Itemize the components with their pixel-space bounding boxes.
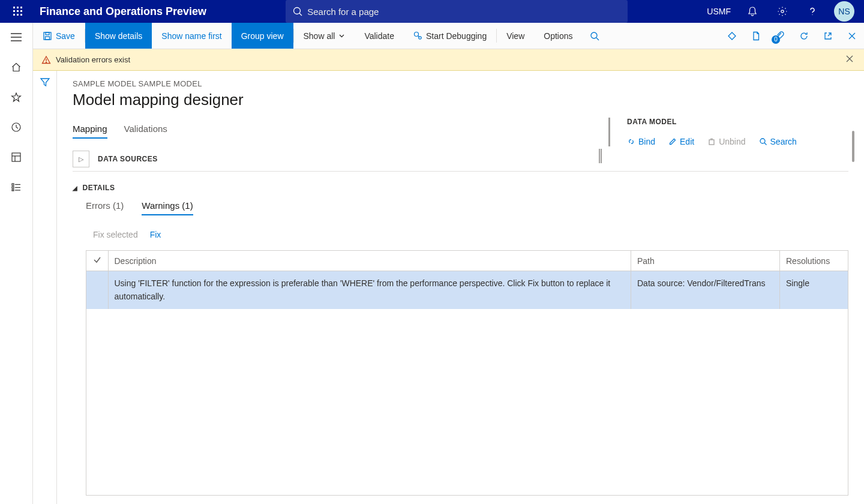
filter-icon[interactable] [40, 77, 50, 504]
app-name: Finance and Operations Preview [40, 5, 206, 18]
view-button[interactable]: View [497, 23, 534, 49]
refresh-icon[interactable] [792, 31, 816, 41]
col-resolutions[interactable]: Resolutions [780, 251, 848, 271]
avatar[interactable]: NS [834, 1, 854, 22]
details-header[interactable]: ◢ DETAILS [73, 184, 848, 192]
warnings-grid: Description Path Resolutions Using 'FILT… [86, 251, 848, 309]
svg-line-10 [299, 13, 302, 16]
svg-point-29 [414, 32, 418, 37]
notifications-icon[interactable] [744, 3, 761, 20]
help-icon[interactable] [804, 3, 821, 20]
validation-alert: Validation errors exist [33, 49, 864, 71]
start-debugging-button[interactable]: Start Debugging [404, 23, 496, 49]
settings-icon[interactable] [774, 3, 791, 20]
svg-line-43 [764, 143, 767, 145]
diamond-icon[interactable] [720, 31, 744, 41]
show-all-button[interactable]: Show all [294, 23, 355, 49]
find-icon[interactable] [583, 23, 607, 49]
svg-rect-26 [44, 32, 51, 40]
attachments-badge: 0 [772, 35, 780, 44]
validate-button[interactable]: Validate [355, 23, 404, 49]
left-rail [0, 23, 33, 504]
svg-rect-0 [13, 7, 15, 8]
svg-line-33 [596, 38, 599, 40]
cell-resolutions: Single [780, 271, 848, 310]
search-input[interactable] [307, 7, 620, 17]
svg-rect-4 [17, 10, 19, 12]
company-label[interactable]: USMF [707, 3, 731, 20]
svg-rect-5 [20, 10, 22, 12]
app-launcher-icon[interactable] [6, 7, 30, 16]
chevron-down-icon [338, 32, 345, 39]
document-icon[interactable] [744, 31, 768, 41]
edit-button[interactable]: Edit [668, 137, 694, 146]
search-button[interactable]: Search [759, 137, 797, 146]
svg-rect-20 [12, 184, 14, 185]
alert-close-icon[interactable] [844, 53, 856, 67]
modules-icon[interactable] [9, 180, 23, 194]
svg-rect-3 [13, 10, 15, 12]
svg-point-32 [591, 32, 597, 38]
attachments-icon[interactable]: 0 [768, 31, 792, 41]
bind-button[interactable]: Bind [627, 137, 655, 146]
svg-rect-2 [20, 7, 22, 8]
show-details-button[interactable]: Show details [85, 23, 152, 49]
fix-button[interactable]: Fix [150, 230, 161, 239]
popout-icon[interactable] [816, 31, 840, 41]
close-icon[interactable] [840, 32, 864, 40]
fix-selected-button: Fix selected [93, 230, 138, 239]
data-sources-label: DATA SOURCES [98, 155, 158, 163]
tab-errors[interactable]: Errors (1) [86, 200, 124, 215]
svg-rect-22 [12, 190, 14, 191]
home-icon[interactable] [9, 60, 23, 74]
cell-description: Using 'FILTER' function for the expressi… [108, 271, 631, 310]
toolbar: Save Show details Show name first Group … [33, 23, 864, 49]
svg-rect-27 [46, 32, 49, 35]
save-button[interactable]: Save [33, 23, 85, 49]
svg-rect-8 [20, 14, 22, 16]
svg-rect-17 [12, 153, 20, 161]
top-bar: Finance and Operations Preview USMF NS [0, 0, 864, 23]
cell-path: Data source: Vendor/FilteredTrans [631, 271, 780, 310]
details-collapse-icon: ◢ [73, 185, 78, 191]
group-view-button[interactable]: Group view [232, 23, 293, 49]
warning-icon [41, 55, 51, 65]
tab-warnings[interactable]: Warnings (1) [142, 200, 193, 215]
svg-rect-6 [13, 14, 15, 16]
tab-mapping[interactable]: Mapping [73, 124, 107, 139]
filter-column [33, 71, 57, 504]
col-path[interactable]: Path [631, 251, 780, 271]
favorites-icon[interactable] [9, 90, 23, 104]
table-row[interactable]: Using 'FILTER' function for the expressi… [86, 271, 848, 310]
right-scrollbar[interactable] [852, 131, 854, 162]
search-icon [293, 7, 302, 16]
show-name-first-button[interactable]: Show name first [152, 23, 231, 49]
breadcrumb: SAMPLE MODEL SAMPLE MODEL [73, 79, 848, 88]
tab-validations[interactable]: Validations [124, 124, 167, 139]
save-icon [43, 31, 52, 41]
unbind-button: Unbind [707, 137, 745, 146]
svg-rect-7 [17, 14, 19, 16]
svg-rect-40 [709, 140, 714, 145]
select-all[interactable] [86, 251, 108, 271]
svg-point-12 [812, 14, 812, 15]
splitter-handle[interactable] [599, 149, 602, 163]
data-model-panel: DATA MODEL Bind Edit Unbind Search [608, 118, 848, 146]
workspace-icon[interactable] [9, 150, 23, 164]
svg-rect-1 [17, 7, 19, 8]
svg-rect-28 [46, 37, 50, 40]
col-description[interactable]: Description [108, 251, 631, 271]
recent-icon[interactable] [9, 120, 23, 134]
alert-text: Validation errors exist [56, 55, 130, 64]
svg-point-9 [294, 8, 301, 14]
debug-icon [413, 31, 422, 40]
data-sources-expand[interactable]: ▷ [73, 151, 89, 167]
page-title: Model mapping designer [73, 91, 848, 109]
svg-point-11 [781, 10, 784, 13]
data-model-title: DATA MODEL [627, 118, 848, 126]
menu-icon[interactable] [9, 30, 23, 44]
options-button[interactable]: Options [534, 23, 582, 49]
search-box[interactable] [286, 0, 628, 23]
svg-line-31 [418, 36, 419, 37]
svg-rect-21 [12, 187, 14, 188]
